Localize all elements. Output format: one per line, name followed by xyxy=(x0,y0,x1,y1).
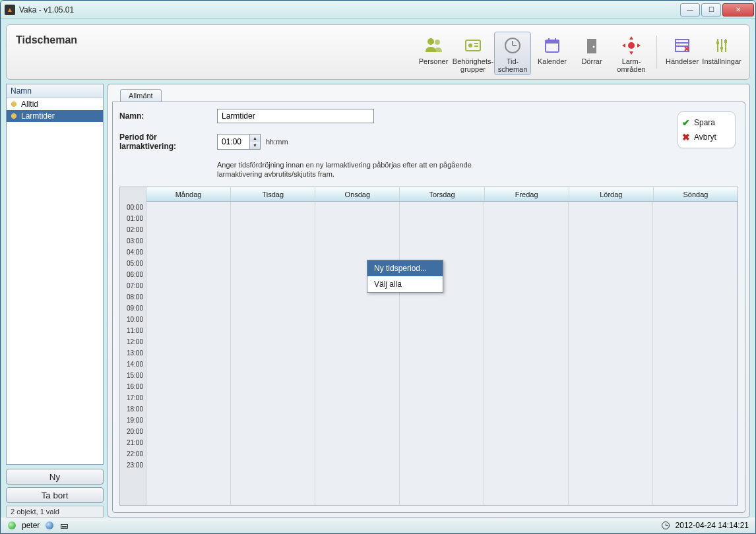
calendar-icon xyxy=(542,35,563,56)
toolbar-tidscheman[interactable]: Tid- scheman xyxy=(494,32,531,75)
time-label: 08:00 xyxy=(120,291,146,303)
sidebar-item-alltid[interactable]: Alltid xyxy=(7,98,103,110)
sidebar-heading[interactable]: Namn xyxy=(7,84,103,98)
tab-general[interactable]: Allmänt xyxy=(120,89,162,102)
day-column[interactable] xyxy=(400,202,484,505)
minimize-button[interactable]: — xyxy=(680,3,700,16)
sidebar: Namn Alltid Larmtider Ny Ta bort 2 objek… xyxy=(6,84,104,518)
close-button[interactable]: ✕ xyxy=(722,3,754,16)
toolbar: Tidscheman Personer Behörighets- grupper xyxy=(6,24,750,80)
toolbar-dorrar[interactable]: Dörrar xyxy=(573,32,610,67)
titlebar: ▲ Vaka - v1.05.01 — ☐ ✕ xyxy=(1,1,755,19)
day-column[interactable] xyxy=(484,202,569,505)
time-axis: 00:0001:0002:0003:0004:0005:0006:0007:00… xyxy=(120,187,146,505)
day-header: MåndagTisdagOnsdagTorsdagFredagLördagSön… xyxy=(146,187,738,202)
toolbar-larmomraden[interactable]: Larm- områden xyxy=(613,32,650,75)
statusbar: peter 🖴 2012-04-24 14:14:21 xyxy=(1,518,755,533)
time-label: 09:00 xyxy=(120,303,146,314)
day-column[interactable] xyxy=(653,202,738,505)
svg-point-15 xyxy=(628,42,635,49)
period-help: Anger tidsfördröjning innan en ny larmak… xyxy=(217,160,501,179)
toolbar-label: Inställningar xyxy=(702,57,741,65)
time-label: 18:00 xyxy=(120,403,146,415)
ctx-new-period[interactable]: Ny tidsperiod... xyxy=(367,260,443,276)
period-input[interactable] xyxy=(218,134,249,149)
day-header-cell[interactable]: Lördag xyxy=(569,187,654,201)
clock-icon xyxy=(502,35,523,56)
day-column[interactable] xyxy=(315,202,400,505)
status-info-icon[interactable] xyxy=(45,521,54,530)
toolbar-personer[interactable]: Personer xyxy=(415,32,452,67)
day-header-cell[interactable]: Fredag xyxy=(485,187,569,201)
sidebar-list: Alltid Larmtider xyxy=(7,98,103,464)
time-label: 06:00 xyxy=(120,269,146,280)
spinner-up[interactable]: ▲ xyxy=(250,134,260,142)
time-label: 21:00 xyxy=(120,437,146,448)
svg-point-0 xyxy=(427,38,434,45)
day-header-cell[interactable]: Söndag xyxy=(654,187,738,201)
time-label: 10:00 xyxy=(120,314,146,325)
cancel-button[interactable]: ✖ Avbryt xyxy=(682,132,731,142)
day-column[interactable] xyxy=(231,202,315,505)
svg-point-14 xyxy=(593,46,595,48)
day-header-cell[interactable]: Tisdag xyxy=(231,187,315,201)
time-label: 04:00 xyxy=(120,247,146,258)
clock-icon xyxy=(661,521,670,530)
cancel-label: Avbryt xyxy=(694,133,716,142)
day-column[interactable] xyxy=(146,202,231,505)
cancel-icon: ✖ xyxy=(682,132,690,142)
svg-rect-22 xyxy=(716,42,719,44)
time-label: 16:00 xyxy=(120,381,146,392)
time-label: 01:00 xyxy=(120,213,146,224)
door-icon xyxy=(581,35,602,56)
people-icon xyxy=(423,35,444,56)
status-user: peter xyxy=(22,521,40,530)
toolbar-installningar[interactable]: Inställningar xyxy=(703,32,740,67)
period-spinner[interactable]: ▲ ▼ xyxy=(217,134,261,150)
time-label: 22:00 xyxy=(120,448,146,460)
main-panel: Allmänt ✔ Spara ✖ Avbryt xyxy=(108,84,750,518)
sidebar-item-larmtider[interactable]: Larmtider xyxy=(7,110,103,122)
day-column[interactable] xyxy=(569,202,653,505)
check-icon: ✔ xyxy=(682,117,690,128)
period-hint: hh:mm xyxy=(266,138,288,146)
time-label: 19:00 xyxy=(120,415,146,426)
name-label: Namn: xyxy=(119,111,212,121)
time-label: 13:00 xyxy=(120,347,146,359)
status-timestamp: 2012-04-24 14:14:21 xyxy=(676,521,749,530)
toolbar-behorighets[interactable]: Behörighets- grupper xyxy=(455,32,491,75)
period-label: Period för larmaktivering: xyxy=(119,133,212,151)
day-header-cell[interactable]: Torsdag xyxy=(400,187,484,201)
svg-rect-24 xyxy=(724,40,727,43)
svg-rect-13 xyxy=(587,39,596,53)
alarm-icon xyxy=(621,35,642,56)
toolbar-label: Tid- scheman xyxy=(498,57,528,73)
toolbar-label: Larm- områden xyxy=(617,57,645,73)
schedule-body[interactable]: Ny tidsperiod... Välj alla xyxy=(146,202,738,505)
name-input[interactable] xyxy=(217,109,374,123)
toolbar-divider xyxy=(656,36,657,69)
new-button[interactable]: Ny xyxy=(6,469,104,485)
save-button[interactable]: ✔ Spara xyxy=(682,117,731,128)
time-label: 07:00 xyxy=(120,280,146,291)
toolbar-label: Kalender xyxy=(538,57,567,65)
day-header-cell[interactable]: Onsdag xyxy=(315,187,400,201)
delete-button[interactable]: Ta bort xyxy=(6,487,104,503)
save-label: Spara xyxy=(694,118,715,127)
toolbar-kalender[interactable]: Kalender xyxy=(534,32,571,67)
toolbar-label: Personer xyxy=(419,57,449,65)
status-connected-icon xyxy=(7,521,16,530)
svg-rect-23 xyxy=(720,47,723,49)
toolbar-handelser[interactable]: Händelser xyxy=(664,32,701,67)
time-label: 02:00 xyxy=(120,224,146,235)
status-server-icon[interactable]: 🖴 xyxy=(59,521,69,530)
sliders-icon xyxy=(711,35,732,56)
maximize-button[interactable]: ☐ xyxy=(701,3,721,16)
day-header-cell[interactable]: Måndag xyxy=(146,187,231,201)
spinner-down[interactable]: ▼ xyxy=(250,142,260,149)
action-box: ✔ Spara ✖ Avbryt xyxy=(677,111,736,148)
page-title: Tidscheman xyxy=(16,32,77,46)
toolbar-label: Dörrar xyxy=(581,57,602,65)
ctx-select-all[interactable]: Välj alla xyxy=(367,276,443,292)
time-label: 23:00 xyxy=(120,460,146,471)
